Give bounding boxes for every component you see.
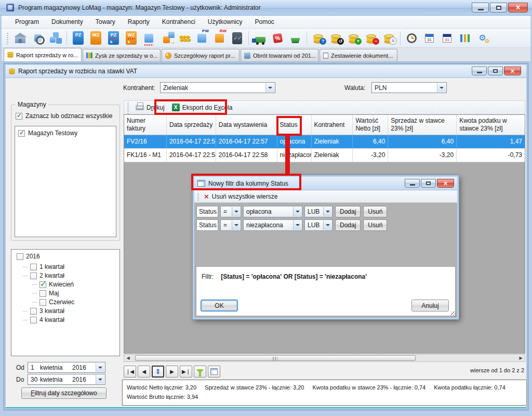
warehouse-icon[interactable]: [12, 30, 28, 46]
filter-funnel-button[interactable]: [194, 366, 206, 378]
money-report-icon[interactable]: [381, 30, 397, 46]
filter-operator-select[interactable]: =: [220, 219, 241, 231]
stocktaking-icon[interactable]: [229, 30, 245, 46]
column-header-data-sprzedazy[interactable]: Data sprzedaży: [167, 115, 216, 135]
filtruj-daty-button[interactable]: Filtruj daty szczegółowo: [21, 387, 107, 399]
dodaj-button[interactable]: Dodaj: [335, 219, 361, 231]
usun-button[interactable]: Usuń: [363, 206, 387, 217]
menu-item-pomoc[interactable]: Pomoc: [249, 17, 281, 27]
warehouse-transfer-icon[interactable]: [158, 30, 175, 46]
grid-settings-button[interactable]: [208, 366, 220, 378]
select-all-checkbox[interactable]: [16, 113, 22, 120]
filter-operator-select[interactable]: =: [220, 206, 241, 217]
eksport-do-excela-button[interactable]: Eksport do Excela: [169, 102, 235, 112]
history-icon[interactable]: [404, 30, 420, 46]
ok-button[interactable]: OK: [201, 300, 238, 311]
delivery-icon[interactable]: [252, 30, 268, 46]
column-header-sprzedaz-w-stawce[interactable]: Sprzedaż w stawce 23% [zł]: [388, 115, 457, 135]
tree-node-maj[interactable]: Maj: [32, 290, 59, 297]
column-header-data-wystawienia[interactable]: Data wystawienia: [216, 115, 277, 135]
dodaj-button[interactable]: Dodaj: [335, 206, 361, 217]
column-header-numer-faktury[interactable]: Numer faktury: [124, 115, 167, 135]
column-header-kwota-podatku[interactable]: Kwota podatku w stawce 23% [zł]: [457, 115, 525, 135]
filter-value-select[interactable]: niezapłacona: [243, 219, 302, 231]
usun-button[interactable]: Usuń: [363, 219, 387, 231]
do-date-select[interactable]: 30 kwietnia 2016: [28, 374, 105, 385]
money-exchange-icon[interactable]: [328, 30, 344, 46]
tree-node-kwartal-2[interactable]: 2 kwartał: [23, 272, 64, 279]
last-record-button[interactable]: ▶❘: [180, 366, 192, 378]
calendar-icon[interactable]: [421, 30, 437, 46]
pz-document-icon[interactable]: PZ: [70, 30, 86, 46]
previous-record-button[interactable]: ◀: [138, 366, 150, 378]
menu-item-program[interactable]: Program: [9, 17, 45, 27]
tree-checkbox[interactable]: [30, 308, 37, 315]
od-date-select[interactable]: 1 kwietnia 2016: [28, 362, 105, 373]
horizontal-scrollbar[interactable]: ◀ ▶: [124, 354, 525, 362]
tab-raport-sprzedazy[interactable]: Raport sprzedaży w ro...: [4, 48, 82, 61]
resize-grip[interactable]: [451, 311, 456, 317]
pw-document-icon[interactable]: [194, 30, 210, 46]
table-row[interactable]: FK1/16 - M1 2016-04-17 22:58 2016-04-17 …: [124, 149, 525, 162]
report-close-button[interactable]: [504, 67, 521, 75]
tab-obrot-towarami[interactable]: Obrót towarami od 201...: [241, 49, 318, 61]
scroll-right-arrow-icon[interactable]: ▶: [517, 355, 525, 361]
waluta-select[interactable]: PLN: [371, 82, 447, 93]
tree-checkbox[interactable]: [30, 264, 37, 270]
tree-checkbox[interactable]: [39, 290, 46, 297]
rw-document-icon[interactable]: [211, 30, 228, 46]
kontrahent-select[interactable]: Zieleniak: [160, 82, 275, 93]
record-selector-button[interactable]: ⇕: [152, 366, 164, 378]
tree-node-2016[interactable]: 2016: [17, 253, 40, 260]
search-goods-icon[interactable]: [30, 30, 46, 46]
menu-item-dokumenty[interactable]: Dokumenty: [45, 17, 89, 27]
money-add-icon[interactable]: [345, 30, 362, 46]
next-record-button[interactable]: ▶: [166, 366, 178, 378]
scrollbar-thumb[interactable]: [135, 355, 416, 361]
filter-value-select[interactable]: opłacona: [243, 206, 302, 217]
menu-item-raporty[interactable]: Raporty: [122, 17, 156, 27]
menu-item-towary[interactable]: Towary: [89, 17, 122, 27]
first-record-button[interactable]: ❘◀: [124, 366, 136, 378]
tab-zysk-ze-sprzedazy[interactable]: Zysk ze sprzedaży w o...: [83, 49, 161, 61]
tree-checkbox[interactable]: [39, 299, 46, 306]
dialog-restore-button[interactable]: [421, 179, 436, 188]
statistics-icon[interactable]: [457, 30, 473, 46]
close-button[interactable]: [508, 3, 528, 12]
menu-item-kontrahenci[interactable]: Kontrahenci: [156, 17, 202, 27]
drukuj-button[interactable]: Drukuj: [133, 103, 167, 112]
clear-all-rows-button[interactable]: Usuń wszystkie wiersze: [212, 193, 278, 200]
money-subtract-icon[interactable]: [363, 30, 379, 46]
tree-node-kwiecien[interactable]: Kwiecień: [32, 281, 74, 288]
magazyn-testowy-checkbox[interactable]: [18, 130, 25, 137]
wz-document-icon[interactable]: WZ: [88, 30, 104, 46]
tree-checkbox[interactable]: [30, 272, 37, 279]
tree-checkbox[interactable]: [17, 253, 23, 260]
column-header-status[interactable]: Status: [277, 115, 312, 135]
column-header-wartosc-netto[interactable]: Wartość Netto [zł]: [353, 115, 388, 135]
tree-node-kwartal-1[interactable]: 1 kwartał: [23, 263, 64, 270]
report-restore-button[interactable]: [488, 67, 503, 75]
prices-icon[interactable]: $$$: [176, 30, 192, 46]
menu-item-uzytkownicy[interactable]: Użytkownicy: [202, 17, 249, 27]
table-row[interactable]: FV2/16 2016-04-17 22:57 2016-04-17 22:57…: [124, 135, 525, 149]
tree-node-kwartal-3[interactable]: 3 kwartał: [23, 307, 64, 315]
scroll-left-arrow-icon[interactable]: ◀: [124, 355, 132, 361]
report-minimize-button[interactable]: [472, 67, 487, 75]
filter-join-select[interactable]: LUB: [304, 219, 332, 231]
dialog-minimize-button[interactable]: [405, 179, 420, 188]
wz-correction-icon[interactable]: WZ: [123, 30, 139, 46]
discounts-icon[interactable]: [270, 30, 286, 46]
money-help-icon[interactable]: [310, 30, 326, 46]
tab-zestawienie-dokumentow[interactable]: Zestawienie dokument...: [320, 49, 397, 61]
tree-checkbox-checked[interactable]: [39, 281, 46, 288]
anuluj-button[interactable]: Anuluj: [411, 300, 449, 311]
dialog-close-button[interactable]: [437, 179, 454, 188]
tree-node-kwartal-4[interactable]: 4 kwartał: [23, 316, 64, 323]
settings-gear-icon[interactable]: [474, 30, 490, 46]
pz-correction-icon[interactable]: PZ: [105, 30, 122, 46]
goods-icon[interactable]: [47, 30, 63, 46]
tab-szczegolowy-raport[interactable]: Szczegółowy raport pr...: [162, 49, 240, 61]
calendar-reports-icon[interactable]: [439, 30, 455, 46]
tree-node-czerwiec[interactable]: Czerwiec: [32, 298, 74, 306]
